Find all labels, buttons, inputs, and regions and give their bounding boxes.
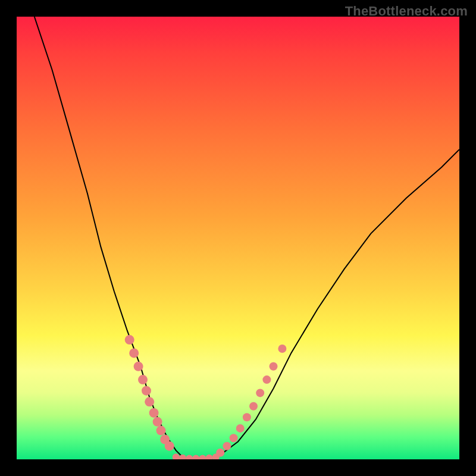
marker-left-2 (134, 362, 143, 371)
marker-right-1 (223, 442, 231, 450)
marker-left-3 (138, 375, 148, 384)
marker-left-7 (153, 417, 162, 427)
marker-right-5 (249, 402, 258, 411)
bottleneck-curve (35, 17, 459, 459)
marker-right-2 (230, 434, 238, 442)
marker-left-8 (156, 426, 166, 436)
chart-frame: TheBottleneck.com (0, 0, 476, 476)
marker-left-6 (149, 408, 159, 418)
marker-floor-2 (186, 455, 193, 460)
marker-group (125, 335, 287, 459)
watermark-text: TheBottleneck.com (345, 4, 468, 19)
marker-right-9 (278, 345, 286, 353)
marker-right-8 (270, 362, 278, 371)
marker-floor-5 (206, 455, 213, 459)
marker-left-5 (145, 397, 154, 406)
plot-area (17, 17, 459, 459)
marker-right-7 (262, 375, 271, 384)
curve-svg (17, 17, 459, 459)
marker-floor-0 (173, 453, 180, 459)
marker-floor-4 (199, 455, 206, 460)
marker-left-1 (129, 348, 139, 358)
marker-floor-3 (192, 455, 199, 460)
marker-left-10 (165, 441, 174, 451)
marker-right-4 (243, 413, 251, 421)
marker-left-4 (142, 386, 151, 396)
marker-right-3 (236, 424, 245, 433)
marker-right-6 (256, 389, 264, 397)
marker-left-0 (125, 335, 134, 345)
